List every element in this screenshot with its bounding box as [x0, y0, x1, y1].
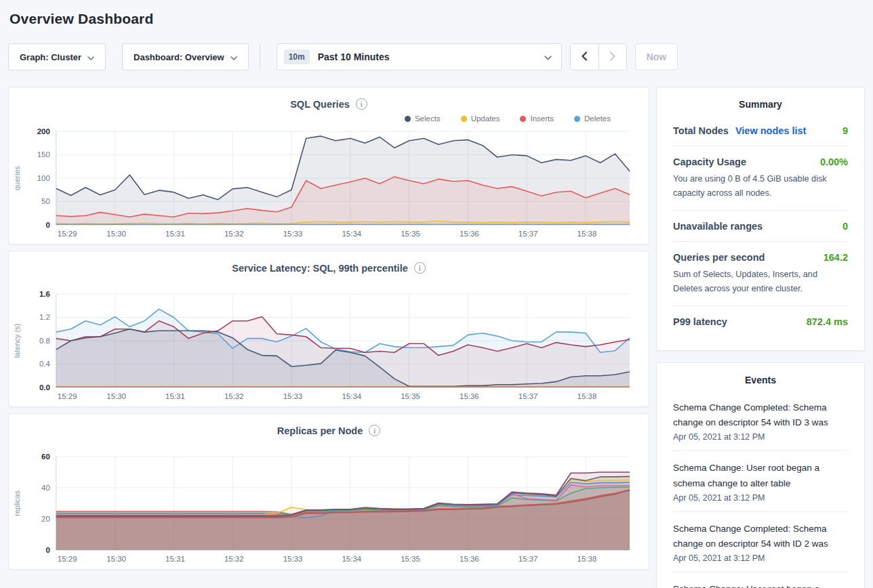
legend-item-inserts: Inserts [520, 114, 554, 123]
chart-header: SQL Queries i [10, 98, 647, 110]
x-axis-tick: 15:36 [460, 392, 479, 400]
y-axis-tick: 50 [41, 197, 50, 205]
summary-row-capacity-usage: Capacity Usage 0.00% You are using 0 B o… [673, 146, 848, 210]
capacity-usage-subtext: You are using 0 B of 4.5 GiB usable disk… [673, 172, 848, 201]
summary-row-queries-per-second: Queries per second 164.2 Sum of Selects,… [673, 241, 848, 306]
x-axis-tick: 15:32 [224, 555, 244, 563]
x-axis-tick: 15:33 [283, 230, 303, 238]
summary-row-unavailable-ranges: Unavailable ranges 0 [673, 210, 848, 241]
x-axis-tick: 15:38 [577, 230, 597, 238]
controls-bar: Graph: Cluster Dashboard: Overview 10m P… [8, 43, 865, 70]
time-forward-button[interactable] [598, 44, 626, 70]
now-button[interactable]: Now [635, 43, 678, 70]
y-axis-unit-label: queries [13, 165, 21, 190]
x-axis-tick: 15:30 [106, 392, 126, 400]
y-axis-unit-label: latency (s) [13, 324, 21, 358]
x-axis-tick: 15:36 [460, 230, 479, 238]
events-panel: Events Schema Change Completed: Schema c… [656, 362, 865, 588]
event-text: Schema Change: User root began a schema … [673, 582, 848, 588]
chart-title: SQL Queries [290, 99, 350, 110]
summary-row-total-nodes: Total Nodes View nodes list 9 [673, 115, 848, 146]
y-axis-tick: 1.2 [39, 313, 50, 321]
summary-title: Summary [673, 99, 848, 110]
time-back-button[interactable] [571, 44, 598, 70]
summary-panel: Summary Total Nodes View nodes list 9 Ca… [656, 87, 865, 351]
x-axis-tick: 15:37 [519, 555, 538, 563]
controls-divider [260, 44, 260, 70]
summary-row-p99-latency: P99 latency 872.4 ms [673, 306, 848, 337]
x-axis-tick: 15:32 [224, 392, 244, 400]
dashboard-content: SQL Queries i SelectsUpdatesInsertsDelet… [8, 87, 865, 588]
x-axis-tick: 15:33 [283, 392, 303, 400]
replicas-per-node-chart[interactable]: 15:2915:3015:3115:3215:3315:3415:3515:36… [10, 451, 647, 565]
graph-dropdown-label: Graph: Cluster [20, 52, 81, 62]
chart-panel-service-latency: Service Latency: SQL, 99th percentile i … [8, 251, 649, 407]
x-axis-tick: 15:29 [58, 555, 77, 563]
x-axis-tick: 15:34 [342, 230, 361, 238]
unavailable-ranges-label: Unavailable ranges [673, 221, 763, 232]
x-axis-tick: 15:38 [577, 555, 597, 563]
service-latency-chart[interactable]: 15:2915:3015:3115:3215:3315:3415:3515:36… [10, 289, 647, 402]
capacity-usage-label: Capacity Usage [673, 156, 746, 167]
y-axis-tick: 0 [45, 221, 49, 229]
event-timestamp: Apr 05, 2021 at 3:12 PM [673, 553, 848, 563]
time-step-buttons [570, 43, 627, 70]
y-axis-tick: 150 [37, 150, 50, 159]
legend-dot-icon [520, 116, 526, 122]
chevron-down-icon [87, 52, 94, 62]
event-timestamp: Apr 05, 2021 at 3:12 PM [673, 493, 848, 503]
event-item[interactable]: Schema Change Completed: Schema change o… [673, 391, 848, 451]
legend-label: Inserts [530, 114, 554, 123]
y-axis-tick: 1.6 [39, 290, 50, 298]
sql-queries-chart[interactable]: 15:2915:3015:3115:3215:3315:3415:3515:36… [10, 126, 647, 240]
chart-header: Service Latency: SQL, 99th percentile i [10, 262, 647, 274]
y-axis-tick: 0.0 [39, 383, 50, 392]
chart-panel-sql-queries: SQL Queries i SelectsUpdatesInsertsDelet… [8, 87, 649, 245]
y-axis-tick: 40 [41, 484, 50, 492]
x-axis-tick: 15:33 [283, 555, 303, 563]
x-axis-tick: 15:30 [106, 555, 126, 563]
chart-spacer [10, 436, 647, 451]
y-axis-tick: 20 [41, 515, 50, 523]
event-item[interactable]: Schema Change: User root began a schema … [673, 572, 848, 588]
legend-item-updates: Updates [461, 114, 500, 123]
capacity-usage-value: 0.00% [820, 156, 848, 167]
legend-dot-icon [405, 116, 411, 122]
page-title: Overview Dashboard [9, 11, 865, 27]
chart-panel-replicas-per-node: Replicas per Node i 15:2915:3015:3115:32… [8, 413, 649, 570]
event-item[interactable]: Schema Change: User root began a schema … [673, 450, 848, 511]
legend-dot-icon [574, 116, 580, 122]
graph-dropdown[interactable]: Graph: Cluster [8, 43, 106, 70]
legend-item-deletes: Deletes [574, 114, 611, 123]
chart-spacer [10, 274, 647, 289]
y-axis-tick: 200 [37, 127, 50, 135]
x-axis-tick: 15:35 [401, 555, 420, 563]
view-nodes-list-link[interactable]: View nodes list [735, 125, 807, 136]
time-range-label: Past 10 Minutes [318, 51, 390, 62]
time-range-picker[interactable]: 10m Past 10 Minutes [277, 43, 562, 70]
chart-title: Replicas per Node [277, 425, 363, 436]
info-icon[interactable]: i [356, 98, 367, 110]
event-item[interactable]: Schema Change Completed: Schema change o… [673, 511, 848, 572]
x-axis-tick: 15:31 [165, 392, 185, 400]
events-title: Events [673, 375, 848, 385]
x-axis-tick: 15:36 [460, 555, 479, 563]
x-axis-tick: 15:29 [58, 392, 77, 400]
x-axis-tick: 15:31 [165, 555, 185, 563]
legend-dot-icon [461, 116, 467, 122]
chart-legend: SelectsUpdatesInsertsDeletes [10, 111, 647, 126]
time-range-badge: 10m [284, 49, 310, 64]
x-axis-tick: 15:34 [342, 555, 361, 563]
total-nodes-value: 9 [842, 125, 848, 136]
dashboard-dropdown[interactable]: Dashboard: Overview [122, 43, 249, 70]
chevron-left-icon [581, 51, 588, 63]
legend-label: Selects [415, 114, 441, 123]
legend-label: Updates [471, 114, 500, 123]
y-axis-tick: 60 [41, 453, 50, 461]
dashboard-dropdown-label: Dashboard: Overview [134, 52, 224, 62]
info-icon[interactable]: i [414, 262, 426, 274]
x-axis-tick: 15:38 [577, 392, 597, 400]
x-axis-tick: 15:37 [519, 392, 538, 400]
info-icon[interactable]: i [369, 425, 380, 436]
event-text: Schema Change Completed: Schema change o… [673, 400, 848, 431]
